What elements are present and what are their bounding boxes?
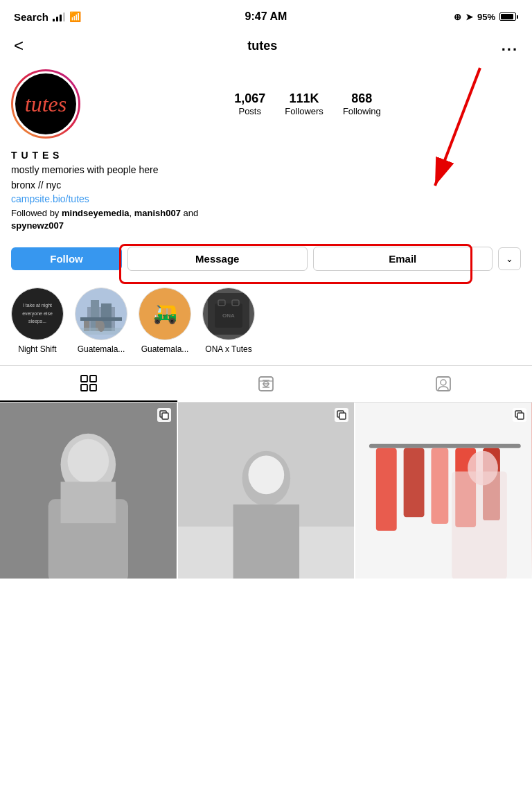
story-item-night-shift[interactable]: I take at nighteveryone else sleeps... N… [11,288,64,354]
followed-name-1: mindseyemedia [62,208,130,218]
followed-name-2: manish007 [134,208,181,218]
grid-icon [80,374,98,392]
bio-followed: Followed by mindseyemedia, manish007 and… [11,207,521,232]
wifi-icon: 📶 [69,11,81,22]
stat-followers[interactable]: 111K Followers [285,91,323,116]
signal-bar-2 [56,17,58,21]
story-label-night-shift: Night Shift [18,344,56,354]
followers-label: Followers [285,106,323,116]
carrier-label: Search [14,11,48,23]
action-buttons: Follow Message Email ⌄ [0,241,532,282]
photo-1-svg [0,403,177,579]
story-item-ona[interactable]: ONA ONA x Tutes [202,288,255,354]
followed-name-3: spynewz007 [11,220,64,231]
svg-point-25 [67,439,109,483]
svg-rect-17 [90,385,96,391]
signal-bar-4 [63,12,65,21]
svg-rect-46 [517,413,524,419]
svg-rect-32 [233,504,299,579]
building-svg [80,293,122,335]
svg-rect-16 [81,385,87,391]
back-button[interactable]: < [14,36,24,55]
arrow-icon: ➤ [466,12,473,22]
battery-percent: 95% [477,12,495,22]
story-label-ona: ONA x Tutes [205,344,251,354]
location-icon: ⊕ [454,12,461,22]
svg-point-9 [98,321,105,332]
carrier-signal: Search 📶 [14,11,81,23]
signal-bar-1 [53,19,55,21]
follow-button[interactable]: Follow [11,247,122,270]
bio-link[interactable]: campsite.bio/tutes [11,193,521,204]
photo-2-svg [178,403,355,579]
multi-post-icon-3 [515,410,524,420]
tab-reels[interactable] [177,366,355,402]
svg-text:ONA: ONA [222,312,235,319]
status-time: 9:47 AM [245,10,287,23]
story-circle-guatemala-1 [75,288,127,340]
multi-icon-2 [335,408,348,422]
photo-cell-3[interactable] [355,403,532,579]
story-circle-ona: ONA [202,288,255,340]
svg-rect-38 [376,448,397,530]
more-button[interactable]: ... [502,37,518,55]
posts-count: 1,067 [234,91,265,106]
tab-bar [0,365,532,403]
profile-header: tutes 1,067 Posts 111K Followers 868 Fol… [0,61,532,150]
nav-bar: < tutes ... [0,30,532,61]
ona-bag-svg: ONA [211,297,246,331]
story-item-guatemala-1[interactable]: Guatemala... [75,288,127,354]
story-night-text: I take at nighteveryone else sleeps... [12,299,63,328]
multi-post-icon [159,410,169,420]
tagged-icon [434,375,452,393]
multi-icon-1 [157,408,171,422]
avatar: tutes [13,71,78,136]
email-button[interactable]: Email [313,247,493,271]
tab-grid[interactable] [0,366,177,402]
status-right: ⊕ ➤ 95% [454,12,518,22]
more-options-button[interactable]: ⌄ [498,247,521,270]
story-circle-guatemala-2: 🛺 [139,288,191,340]
bio-section: T U T E S mostly memories with people he… [0,150,532,241]
photo-grid [0,403,532,579]
status-bar: Search 📶 9:47 AM ⊕ ➤ 95% [0,0,532,30]
tuk-tuk-icon: 🛺 [153,302,177,325]
nav-title: tutes [247,39,277,53]
svg-rect-39 [404,448,425,516]
bio-line-2: bronx // nyc [11,179,521,193]
story-label-guatemala-1: Guatemala... [78,344,125,354]
photo-3-svg [355,403,532,579]
photo-cell-1[interactable] [0,403,177,579]
story-label-guatemala-2: Guatemala... [141,344,189,354]
svg-rect-26 [61,482,116,523]
svg-point-33 [248,455,284,494]
signal-strength [53,12,65,21]
following-count: 868 [351,91,372,106]
posts-label: Posts [238,106,261,116]
signal-bar-3 [60,15,62,21]
stat-posts[interactable]: 1,067 Posts [234,91,265,116]
svg-rect-15 [90,376,96,382]
svg-rect-35 [339,413,346,419]
svg-rect-37 [369,443,521,448]
battery-icon [499,12,518,21]
ona-bag-visual: ONA [208,293,249,335]
stories-section: I take at nighteveryone else sleeps... N… [0,282,532,365]
svg-point-44 [468,450,498,485]
svg-rect-5 [80,317,122,321]
photo-cell-2[interactable] [178,403,355,579]
multi-icon-3 [513,408,526,422]
stat-following[interactable]: 868 Following [343,91,381,116]
svg-rect-40 [432,448,449,523]
bio-name: T U T E S [11,150,521,161]
stats-row: 1,067 Posts 111K Followers 868 Following [94,91,521,116]
avatar-text: tutes [25,91,66,117]
svg-rect-28 [162,413,168,419]
tab-tagged[interactable] [355,366,532,402]
following-label: Following [343,106,381,116]
story-circle-night-shift: I take at nighteveryone else sleeps... [11,288,64,340]
message-button[interactable]: Message [127,247,308,271]
multi-post-icon-2 [337,410,346,420]
story-item-guatemala-2[interactable]: 🛺 Guatemala... [139,288,191,354]
svg-rect-14 [81,376,87,382]
